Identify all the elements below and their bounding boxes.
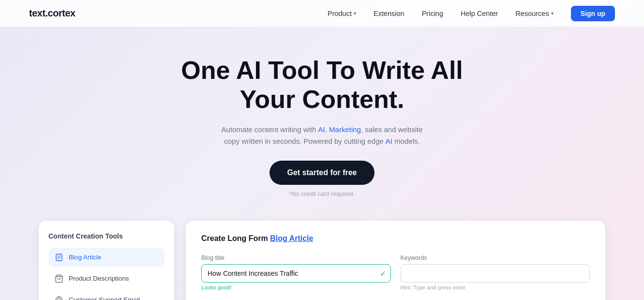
navbar: text.cortex Product ▾ Extension Pricing … [0,0,644,27]
demo-section: Content Creation Tools Blog Article Prod… [0,221,644,300]
logo[interactable]: text.cortex [29,8,75,19]
chevron-down-icon: ▾ [551,11,554,16]
keywords-label: Keywords [401,255,590,261]
keywords-hint: Hint: Type and press enter [401,285,590,290]
tool-item-blog-article[interactable]: Blog Article [48,248,165,267]
hero-subtext: Automate content writing with AI. Market… [221,124,424,147]
tool-label-customer-support: Customer Support Email [69,296,140,300]
tool-item-product-descriptions[interactable]: Product Descriptions [48,269,165,288]
form-row: Blog title ✓ Looks good! Keywords Hint: … [201,255,590,290]
chevron-down-icon: ▾ [354,11,356,16]
nav-help-center[interactable]: Help Center [461,10,498,17]
blog-title-group: Blog title ✓ Looks good! [201,255,391,290]
blog-title-wrapper: ✓ [201,264,391,283]
no-credit-card-text: *No credit card required. [10,191,634,197]
hero-section: One AI Tool To Write All Your Content. A… [0,27,644,217]
hero-headline: One AI Tool To Write All Your Content. [10,56,634,114]
right-panel: Create Long Form Blog Article Blog title… [186,221,605,300]
check-icon: ✓ [380,269,386,278]
tool-item-customer-support-email[interactable]: Customer Support Email [48,290,165,300]
left-panel: Content Creation Tools Blog Article Prod… [39,221,174,300]
keywords-group: Keywords Hint: Type and press enter [401,255,590,290]
nav-resources[interactable]: Resources ▾ [515,10,553,17]
nav-extension[interactable]: Extension [374,10,404,17]
blog-article-icon [54,253,64,262]
cta-button[interactable]: Get started for free [270,161,374,185]
customer-support-icon [54,295,64,300]
nav-links: Product ▾ Extension Pricing Help Center … [328,6,615,21]
blog-title-hint: Looks good! [201,285,391,290]
tool-label-product-descriptions: Product Descriptions [69,275,129,282]
tool-label-blog-article: Blog Article [69,254,102,261]
blog-title-input[interactable] [201,264,391,283]
panel-title: Content Creation Tools [48,232,165,240]
nav-pricing[interactable]: Pricing [422,10,443,17]
product-descriptions-icon [54,274,64,284]
blog-title-label: Blog title [201,255,391,261]
keywords-input[interactable] [401,264,590,283]
nav-product[interactable]: Product ▾ [328,10,356,17]
signup-button[interactable]: Sign up [571,6,615,21]
right-panel-title: Create Long Form Blog Article [201,234,590,243]
